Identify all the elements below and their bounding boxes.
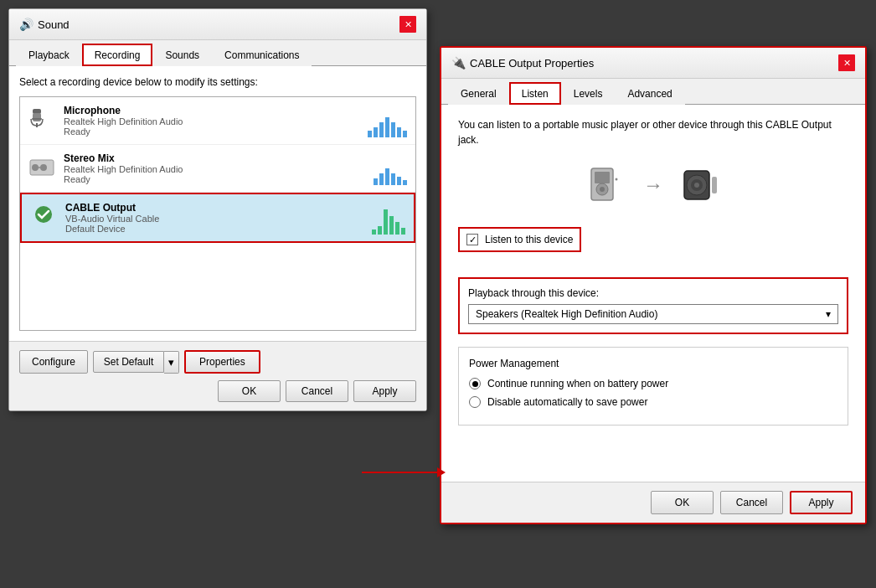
level-bar — [403, 180, 407, 185]
level-bar — [368, 131, 372, 137]
svg-point-12 — [600, 187, 605, 192]
apply-button[interactable]: Apply — [353, 380, 416, 402]
level-bar — [391, 122, 395, 137]
svg-point-6 — [40, 164, 47, 171]
radio-row-continue: Continue running when on battery power — [469, 378, 837, 389]
configure-button[interactable]: Configure — [19, 350, 88, 374]
properties-button[interactable]: Properties — [184, 350, 260, 374]
tab-recording[interactable]: Recording — [82, 44, 153, 66]
listen-checkbox-container: Listen to this device — [458, 227, 848, 265]
properties-dialog-title-text: CABLE Output Properties — [470, 57, 594, 70]
properties-dialog-footer: OK Cancel Apply — [441, 482, 865, 523]
level-bar — [374, 127, 378, 137]
level-bar — [379, 173, 384, 185]
radio-continue-label: Continue running when on battery power — [487, 378, 668, 389]
cable-output-driver: VB-Audio Virtual Cable — [65, 214, 363, 224]
dest-device-icon — [680, 164, 722, 206]
set-default-button[interactable]: Set Default — [93, 351, 164, 373]
cable-output-icon — [30, 204, 57, 231]
cable-icon: 🔌 — [451, 56, 465, 70]
footer-row1: Configure Set Default ▾ Properties — [19, 350, 416, 374]
listen-description: You can listen to a portable music playe… — [458, 117, 848, 147]
properties-dialog-title: 🔌 CABLE Output Properties — [451, 56, 594, 70]
sound-dialog-tabs: Playback Recording Sounds Communications — [9, 40, 426, 66]
level-bar — [401, 228, 405, 235]
source-device-illustration — [585, 164, 626, 206]
microphone-level-bars — [368, 104, 407, 137]
level-bar — [378, 226, 382, 235]
device-item-microphone[interactable]: Microphone Realtek High Definition Audio… — [20, 97, 415, 145]
cable-output-level-bars — [372, 201, 405, 235]
level-bar — [385, 117, 389, 137]
device-illustration: → — [458, 164, 848, 206]
level-bar — [379, 122, 384, 137]
level-bar — [403, 131, 407, 137]
playback-label: Playback through this device: — [468, 287, 838, 299]
select-text: Select a recording device below to modif… — [19, 76, 416, 88]
arrow-connector — [362, 467, 446, 477]
source-device-icon — [585, 164, 626, 206]
ptab-advanced[interactable]: Advanced — [615, 82, 684, 105]
cancel-button[interactable]: Cancel — [286, 380, 348, 402]
sound-dialog-title: 🔊 Sound — [19, 18, 70, 31]
set-default-dropdown-button[interactable]: ▾ — [164, 351, 179, 374]
svg-point-13 — [616, 178, 618, 181]
level-bar — [397, 127, 401, 137]
cable-output-name: CABLE Output — [65, 202, 363, 214]
playback-section: Playback through this device: Speakers (… — [458, 277, 848, 334]
svg-point-17 — [694, 183, 699, 188]
ptab-listen[interactable]: Listen — [509, 82, 561, 105]
stereo-mix-driver: Realtek High Definition Audio — [64, 164, 365, 174]
sound-dialog-footer: Configure Set Default ▾ Properties OK Ca… — [9, 341, 426, 410]
playback-device-select[interactable]: Speakers (Realtek High Definition Audio)… — [468, 304, 838, 324]
properties-cancel-button[interactable]: Cancel — [720, 491, 783, 514]
ptab-general[interactable]: General — [448, 82, 509, 105]
ptab-levels[interactable]: Levels — [561, 82, 616, 105]
set-default-group: Set Default ▾ — [93, 350, 179, 374]
svg-rect-1 — [33, 113, 41, 121]
device-item-cable-output[interactable]: CABLE Output VB-Audio Virtual Cable Defa… — [20, 193, 415, 243]
level-bar — [397, 177, 401, 185]
sound-icon: 🔊 — [19, 18, 33, 31]
radio-continue-running[interactable] — [469, 378, 481, 389]
ok-button[interactable]: OK — [218, 380, 281, 402]
properties-apply-button[interactable]: Apply — [790, 491, 853, 514]
footer-row2: OK Cancel Apply — [19, 380, 416, 402]
dest-device-illustration — [680, 164, 722, 206]
listen-checkbox-row: Listen to this device — [458, 227, 581, 252]
radio-disable-label: Disable automatically to save power — [487, 396, 647, 408]
properties-ok-button[interactable]: OK — [651, 491, 714, 514]
sound-dialog-close-button[interactable]: ✕ — [399, 16, 416, 33]
device-item-stereo-mix[interactable]: Stereo Mix Realtek High Definition Audio… — [20, 145, 415, 193]
properties-dialog-titlebar: 🔌 CABLE Output Properties ✕ — [441, 48, 865, 79]
illustration-arrow: → — [643, 173, 663, 197]
listen-to-device-checkbox[interactable] — [466, 234, 478, 245]
tab-sounds[interactable]: Sounds — [152, 44, 212, 66]
properties-dialog: 🔌 CABLE Output Properties ✕ General List… — [440, 46, 867, 524]
svg-point-5 — [32, 164, 39, 171]
stereo-mix-status: Ready — [64, 174, 365, 184]
properties-dialog-close-button[interactable]: ✕ — [838, 54, 855, 71]
microphone-info: Microphone Realtek High Definition Audio… — [64, 105, 359, 137]
radio-disable-auto[interactable] — [469, 396, 481, 408]
arrow-head — [437, 467, 446, 477]
tab-playback[interactable]: Playback — [16, 44, 82, 66]
power-management-section: Power Management Continue running when o… — [458, 347, 848, 426]
playback-dropdown-arrow: ▾ — [826, 308, 831, 320]
device-list: Microphone Realtek High Definition Audio… — [19, 96, 416, 331]
microphone-driver: Realtek High Definition Audio — [64, 116, 359, 126]
level-bar — [384, 209, 388, 235]
level-bar — [391, 173, 395, 185]
power-management-title: Power Management — [469, 358, 837, 369]
stereo-mix-icon — [28, 155, 55, 182]
level-bar — [374, 178, 378, 185]
playback-device-selected-value: Speakers (Realtek High Definition Audio) — [476, 308, 657, 320]
sound-dialog-body: Select a recording device below to modif… — [9, 66, 426, 341]
microphone-name: Microphone — [64, 105, 359, 116]
stereo-mix-name: Stereo Mix — [64, 152, 365, 164]
microphone-status: Ready — [64, 126, 359, 137]
stereo-mix-level-bars — [374, 152, 407, 185]
tab-communications[interactable]: Communications — [212, 44, 312, 66]
properties-body: You can listen to a portable music playe… — [441, 105, 865, 482]
sound-dialog-titlebar: 🔊 Sound ✕ — [9, 9, 426, 40]
